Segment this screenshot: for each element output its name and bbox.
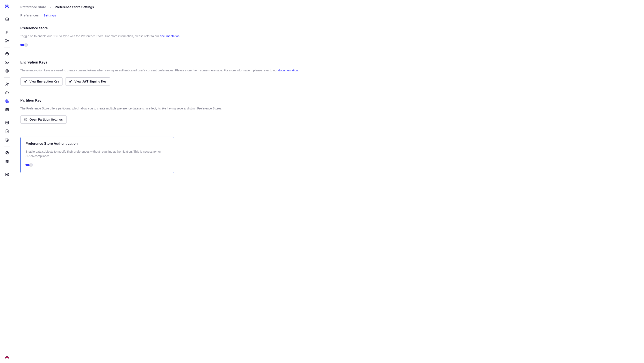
svg-point-8 [6,83,7,84]
svg-point-25 [7,175,8,176]
svg-point-16 [7,131,8,132]
section-description: These encryption keys are used to create… [20,68,638,73]
sidebar-item-thumbs-up-icon[interactable] [4,90,10,95]
documentation-link[interactable]: documentation [160,34,180,38]
sidebar-item-people-icon[interactable] [4,81,10,87]
svg-rect-12 [6,108,8,111]
section-title: Partition Key [20,98,638,102]
documentation-link[interactable]: documentation [278,69,298,72]
key-icon [69,80,72,83]
svg-point-10 [6,100,8,100]
svg-point-1 [6,5,8,7]
sidebar-item-globe-icon[interactable] [4,68,10,73]
svg-point-30 [25,119,26,120]
sidebar-item-sliders-icon[interactable] [4,159,10,164]
button-label: View Encryption Key [30,80,59,83]
view-jwt-signing-key-button[interactable]: View JWT Signing Key [65,77,110,85]
sidebar-divider [4,146,10,146]
svg-point-26 [6,358,6,358]
svg-point-20 [6,161,7,162]
sidebar-item-grid-icon[interactable] [4,172,10,177]
section-preference-store: Preference Store Toggle on to enable our… [20,26,638,55]
sidebar-divider [4,116,10,116]
section-partition-key: Partition Key The Preference Store offer… [20,98,638,131]
svg-point-27 [8,358,8,358]
svg-point-28 [24,81,26,82]
section-title: Preference Store [20,26,638,30]
main-content: Preference Store › Preference Store Sett… [14,0,644,363]
sidebar-divider [4,77,10,78]
svg-point-21 [7,162,8,163]
svg-rect-24 [6,175,7,176]
authentication-toggle[interactable] [26,163,33,167]
sidebar-divider [4,26,10,26]
sidebar-item-file-search-icon[interactable] [4,129,10,134]
breadcrumb-parent[interactable]: Preference Store [20,5,46,9]
sidebar-item-globe-hand-icon[interactable] [4,30,10,35]
svg-point-9 [8,83,8,84]
sidebar-divider [4,168,10,168]
svg-rect-23 [7,173,8,174]
sidebar-item-zoom-icon[interactable] [4,120,10,125]
section-preference-store-authentication: Preference Store Authentication Enable d… [20,137,174,173]
sidebar-item-file-block-icon[interactable] [4,137,10,142]
tab-preferences[interactable]: Preferences [20,13,39,20]
sidebar-divider [4,47,10,47]
preference-store-toggle[interactable] [20,43,28,47]
svg-point-19 [8,160,8,161]
button-label: View JWT Signing Key [74,80,106,83]
sidebar-item-power-icon[interactable] [4,17,10,22]
svg-rect-22 [6,173,7,174]
chevron-right-icon: › [50,5,51,9]
sidebar-item-compass-icon[interactable] [4,150,10,155]
sidebar-item-nodes-icon[interactable] [4,38,10,43]
section-description: The Preference Store offers partitions, … [20,106,638,111]
section-description: Enable data subjects to modify their pre… [26,149,169,158]
sidebar-item-car-icon[interactable] [4,355,10,360]
svg-rect-14 [6,121,8,124]
sidebar [0,0,14,363]
section-encryption-keys: Encryption Keys These encryption keys ar… [20,60,638,93]
svg-point-29 [70,81,70,82]
app-logo-icon[interactable] [4,3,10,9]
section-title: Preference Store Authentication [26,142,169,146]
breadcrumb-current: Preference Store Settings [55,5,94,9]
tabs: Preferences Settings [20,13,638,20]
sidebar-item-cubes-icon[interactable] [4,60,10,65]
view-encryption-key-button[interactable]: View Encryption Key [20,77,63,85]
button-label: Open Partition Settings [30,118,63,121]
sidebar-item-cube-icon[interactable] [4,51,10,56]
tab-settings[interactable]: Settings [44,13,56,20]
svg-point-13 [7,109,8,110]
section-description: Toggle on to enable our SDK to sync with… [20,34,638,38]
section-title: Encryption Keys [20,60,638,64]
open-partition-settings-button[interactable]: Open Partition Settings [20,115,66,124]
sidebar-item-id-icon[interactable] [4,107,10,112]
gear-icon [24,118,28,121]
breadcrumb: Preference Store › Preference Store Sett… [20,5,638,9]
sidebar-item-database-check-icon[interactable] [4,98,10,104]
key-icon [24,80,28,83]
